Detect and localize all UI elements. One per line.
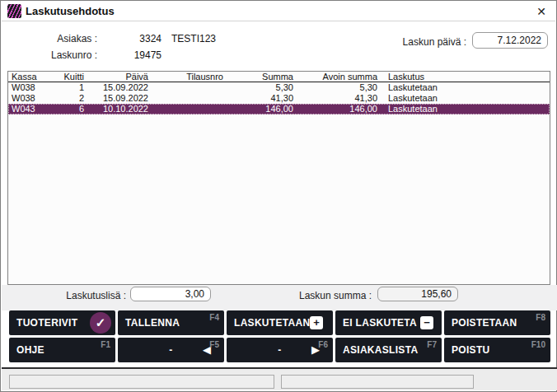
table-cell: 146,00: [242, 104, 293, 114]
fkey-label: F5: [209, 340, 219, 349]
laskunro-label: Laskunro :: [15, 49, 97, 61]
table-cell: 2: [33, 93, 84, 104]
laskun-paiva-label: Laskun päivä :: [367, 36, 466, 48]
table-body: W038115.09.20225,305,30LaskutetaanW03821…: [8, 82, 550, 114]
table-row[interactable]: W038215.09.202241,3041,30Laskutetaan: [8, 93, 550, 104]
table-header-row: KassaKuittiPäiväTilausnroSummaAvoin summ…: [8, 72, 550, 82]
table-cell: 15.09.2022: [87, 82, 148, 93]
button-label: LASKUTETAAN: [234, 310, 310, 335]
column-header-summa: Summa: [242, 72, 293, 82]
receipt-table: KassaKuittiPäiväTilausnroSummaAvoin summ…: [7, 71, 550, 285]
table-cell: [165, 93, 223, 104]
table-cell: Laskutetaan: [388, 82, 512, 93]
laskun-summa-label: Laskun summa :: [281, 290, 372, 301]
fkey-label: F1: [101, 340, 110, 349]
asiakas-number: 3324: [102, 33, 161, 44]
toolbar-row-2: OHJEF1-◀F5-▶F6ASIAKASLISTAF7POISTUF10: [9, 338, 550, 362]
table-cell: Laskutetaan: [388, 104, 512, 114]
status-panel-left: [9, 375, 274, 389]
button-label: POISTETAAN: [452, 310, 517, 335]
laskutuslisa-label: Laskutuslisä :: [44, 290, 126, 301]
table-cell: 41,30: [302, 93, 377, 104]
poistetaan-button[interactable]: POISTETAANF8: [444, 310, 550, 335]
table-row[interactable]: W043610.10.2022146,00146,00Laskutetaan: [8, 104, 550, 114]
column-header-kuitti: Kuitti: [33, 72, 84, 82]
window-title: Laskutusehdotus: [26, 5, 115, 17]
table-cell: 41,30: [242, 93, 293, 104]
table-cell: [165, 82, 223, 93]
fkey-label: F6: [318, 340, 328, 349]
laskutusehdotus-window: Laskutusehdotus ✕ Asiakas : 3324 TESTI12…: [0, 0, 557, 392]
table-cell: 10.10.2022: [87, 104, 148, 114]
table-cell: 6: [33, 104, 84, 114]
close-icon[interactable]: ✕: [533, 3, 550, 20]
laskunro-value: 19475: [102, 49, 161, 61]
status-bar: [2, 367, 557, 390]
next-button[interactable]: -▶F6: [227, 338, 333, 362]
app-icon: [7, 4, 21, 18]
prev-button[interactable]: -◀F5: [118, 338, 224, 362]
button-label: POISTU: [452, 338, 489, 362]
button-label: TUOTERIVIT: [16, 310, 77, 335]
title-bar: Laskutusehdotus ✕: [2, 2, 555, 21]
laskun-paiva-input[interactable]: [472, 32, 548, 49]
asiakas-name: TESTI123: [171, 33, 216, 44]
asiakaslista-button[interactable]: ASIAKASLISTAF7: [335, 338, 442, 362]
column-header-avoin-summa: Avoin summa: [302, 72, 377, 82]
table-cell: 1: [33, 82, 84, 93]
ohje-button[interactable]: OHJEF1: [9, 338, 115, 362]
laskutuslisa-input[interactable]: [130, 287, 211, 301]
table-row[interactable]: W038115.09.20225,305,30Laskutetaan: [8, 82, 550, 93]
asiakas-label: Asiakas :: [15, 33, 97, 44]
plus-icon: +: [310, 316, 323, 329]
tuoterivit-button[interactable]: TUOTERIVIT✓: [9, 310, 115, 335]
column-header-tilausnro: Tilausnro: [165, 72, 223, 82]
laskutetaan-button[interactable]: LASKUTETAAN+: [227, 310, 333, 335]
minus-icon: −: [420, 316, 433, 329]
laskun-summa-input: [377, 287, 458, 301]
toolbar-row-1: TUOTERIVIT✓TALLENNAF4LASKUTETAAN+EI LASK…: [9, 310, 550, 335]
check-circle-icon: ✓: [90, 312, 111, 334]
status-panel-right: [281, 375, 474, 389]
fkey-label: F10: [531, 340, 545, 349]
fkey-label: F4: [209, 313, 219, 322]
button-label: ASIAKASLISTA: [343, 338, 418, 362]
tallenna-button[interactable]: TALLENNAF4: [118, 310, 224, 335]
column-header-laskutus: Laskutus: [388, 72, 512, 82]
button-label: EI LASKUTETA: [343, 310, 417, 335]
button-label: OHJE: [16, 338, 44, 362]
fkey-label: F8: [536, 313, 545, 322]
ei-laskuteta-button[interactable]: EI LASKUTETA−: [335, 310, 442, 335]
table-cell: Laskutetaan: [388, 93, 512, 104]
column-header-p-iv-: Päivä: [87, 72, 148, 82]
table-cell: 146,00: [302, 104, 377, 114]
table-cell: 5,30: [302, 82, 377, 93]
button-label: TALLENNA: [125, 310, 180, 335]
fkey-label: F7: [427, 340, 437, 349]
table-cell: [165, 104, 223, 114]
table-cell: 15.09.2022: [87, 93, 148, 104]
poistu-button[interactable]: POISTUF10: [444, 338, 550, 362]
table-cell: 5,30: [242, 82, 293, 93]
